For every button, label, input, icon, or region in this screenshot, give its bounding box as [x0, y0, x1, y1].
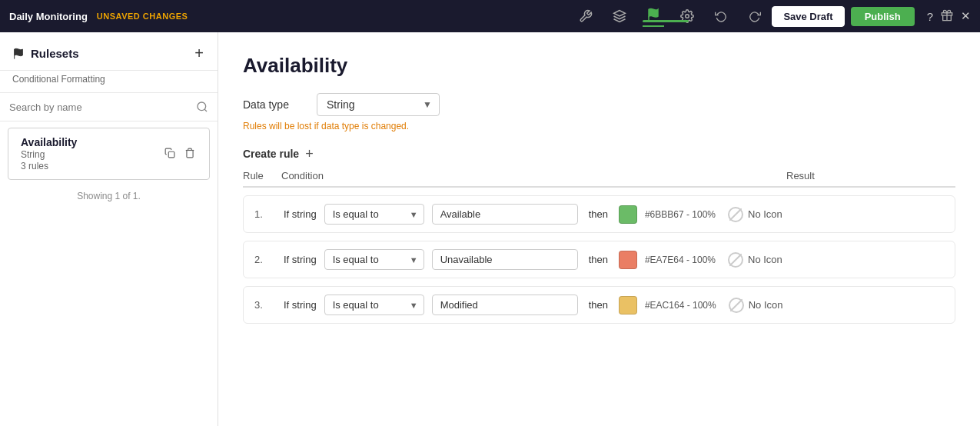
save-draft-button[interactable]: Save Draft	[772, 6, 844, 27]
rule-row: 3. If string Is equal to ▼ then #EAC164 …	[243, 286, 955, 324]
sidebar-item-actions	[163, 146, 197, 162]
svg-point-6	[198, 102, 206, 111]
rule-row: 1. If string Is equal to ▼ then #6BBB67 …	[243, 195, 955, 233]
color-label: #6BBB67 - 100%	[645, 209, 716, 220]
color-swatch[interactable]	[619, 251, 637, 269]
rule-row: 2. If string Is equal to ▼ then #EA7E64 …	[243, 241, 955, 278]
page-title: Availability	[243, 54, 955, 78]
rule-condition-wrap: Is equal to ▼	[324, 249, 424, 270]
sidebar-item-availability[interactable]: Availability String 3 rules	[8, 128, 210, 180]
data-type-select[interactable]: String	[317, 93, 440, 116]
then-label: then	[589, 299, 608, 311]
copy-ruleset-button[interactable]	[163, 146, 177, 162]
publish-button[interactable]: Publish	[851, 7, 915, 26]
no-icon-circle[interactable]	[728, 207, 743, 222]
data-type-row: Data type String ▼	[243, 93, 955, 116]
sidebar-header: Rulesets +	[0, 32, 218, 71]
col-rule-header: Rule	[243, 170, 281, 181]
sidebar-item-type: String	[21, 149, 77, 160]
redo-btn[interactable]	[744, 5, 766, 27]
data-type-select-wrap: String ▼	[317, 93, 440, 116]
sidebar-title: Rulesets	[31, 47, 79, 60]
rules-container: 1. If string Is equal to ▼ then #6BBB67 …	[243, 195, 955, 324]
rule-number: 3.	[254, 299, 276, 311]
no-icon-label: No Icon	[748, 208, 782, 220]
help-icon[interactable]: ?	[927, 10, 933, 23]
search-input[interactable]	[9, 102, 190, 113]
sidebar: Rulesets + Conditional Formatting Availa…	[0, 32, 218, 426]
sidebar-item-rules: 3 rules	[21, 161, 77, 171]
add-ruleset-button[interactable]: +	[193, 43, 205, 64]
redo-icon	[749, 10, 761, 22]
create-rule-row: Create rule +	[243, 147, 955, 161]
no-icon-wrap: No Icon	[729, 298, 783, 313]
rule-number: 2.	[254, 254, 276, 265]
rule-table-header: Rule Condition Result	[243, 170, 955, 188]
no-icon-label: No Icon	[749, 299, 783, 311]
wrench-icon	[579, 9, 593, 23]
rule-number: 1.	[254, 208, 276, 220]
color-label: #EA7E64 - 100%	[645, 255, 716, 265]
rule-if-label: If string	[284, 299, 317, 311]
gift-icon[interactable]	[941, 9, 953, 24]
rule-if-label: If string	[284, 208, 317, 220]
rule-condition-select[interactable]: Is equal to	[324, 249, 424, 270]
sidebar-item-name: Availability	[21, 136, 77, 148]
rule-value-input[interactable]	[432, 249, 578, 270]
delete-ruleset-button[interactable]	[183, 146, 197, 162]
flag-icon-btn[interactable]	[643, 5, 664, 27]
no-icon-wrap: No Icon	[728, 252, 782, 268]
main-content: Availability Data type String ▼ Rules wi…	[218, 32, 980, 426]
search-wrap	[0, 93, 218, 121]
nav-action-btns: Save Draft Publish	[772, 6, 914, 27]
then-label: then	[589, 208, 608, 220]
main-layout: Rulesets + Conditional Formatting Availa…	[0, 32, 980, 426]
nav-extra-icons: ? ✕	[927, 9, 971, 24]
create-rule-title: Create rule	[243, 148, 299, 160]
color-swatch[interactable]	[619, 205, 637, 224]
close-icon[interactable]: ✕	[961, 9, 971, 23]
top-nav: Daily Monitoring UNSAVED CHANGES	[0, 0, 980, 32]
search-icon	[196, 101, 208, 113]
add-rule-button[interactable]: +	[305, 147, 314, 161]
sidebar-title-wrap: Rulesets	[12, 47, 79, 60]
svg-point-2	[686, 15, 689, 18]
color-label: #EAC164 - 100%	[645, 300, 716, 311]
rule-if-label: If string	[284, 254, 317, 265]
sidebar-item-content: Availability String 3 rules	[21, 136, 77, 171]
rule-condition-select[interactable]: Is equal to	[324, 204, 424, 225]
svg-line-7	[204, 109, 207, 111]
color-swatch[interactable]	[619, 296, 637, 315]
nav-title: Daily Monitoring	[9, 11, 88, 22]
flag-icon	[646, 8, 660, 22]
then-label: then	[589, 254, 608, 265]
flag-sidebar-icon	[12, 48, 25, 60]
col-result-header: Result	[786, 170, 955, 181]
no-icon-wrap: No Icon	[728, 207, 782, 222]
data-type-warning: Rules will be lost if data type is chang…	[243, 121, 955, 131]
rule-condition-wrap: Is equal to ▼	[324, 204, 424, 225]
data-type-label: Data type	[243, 98, 304, 111]
no-icon-circle[interactable]	[729, 298, 744, 313]
gear-icon-btn[interactable]	[676, 5, 698, 27]
svg-marker-0	[614, 11, 626, 17]
nav-unsaved-badge: UNSAVED CHANGES	[97, 12, 188, 21]
rule-condition-select[interactable]: Is equal to	[324, 295, 424, 315]
rule-condition-wrap: Is equal to ▼	[324, 295, 424, 315]
no-icon-circle[interactable]	[728, 252, 743, 268]
undo-icon	[715, 10, 727, 22]
nav-icons	[575, 5, 766, 27]
flag-active-indicator	[643, 20, 689, 22]
undo-btn[interactable]	[710, 5, 732, 27]
col-condition-header: Condition	[281, 170, 786, 181]
rule-value-input[interactable]	[432, 204, 578, 225]
wrench-icon-btn[interactable]	[575, 5, 596, 27]
layers-icon	[613, 9, 626, 23]
no-icon-label: No Icon	[748, 254, 782, 265]
sidebar-count: Showing 1 of 1.	[0, 186, 218, 206]
sidebar-subtitle: Conditional Formatting	[0, 71, 218, 93]
layers-icon-btn[interactable]	[609, 5, 630, 27]
svg-rect-8	[168, 151, 174, 158]
rule-value-input[interactable]	[432, 295, 578, 315]
